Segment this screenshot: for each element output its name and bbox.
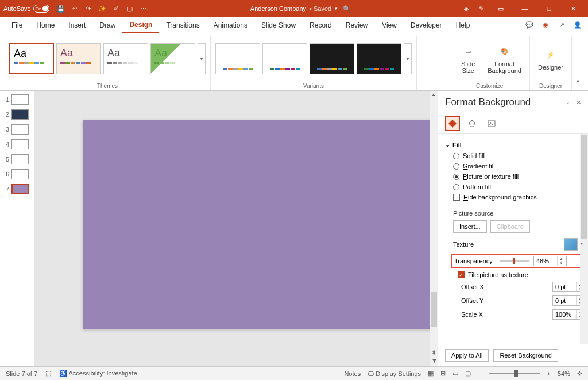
offset-y-row: Offset Y ▲▼ (445, 294, 586, 308)
tab-help[interactable]: Help (449, 18, 477, 33)
pane-options-icon[interactable]: ⌄ (566, 99, 570, 106)
group-customize: ▭Slide Size 🎨Format Background Customize (450, 36, 530, 90)
close-button[interactable]: ✕ (562, 1, 585, 17)
pane-scrollbar[interactable] (580, 134, 588, 344)
diamond-icon[interactable]: ◈ (461, 3, 472, 14)
variant-2[interactable] (262, 43, 307, 74)
collapse-ribbon[interactable]: ⌃ (572, 36, 583, 90)
texture-picker[interactable] (564, 238, 578, 251)
minimize-button[interactable]: — (513, 1, 536, 17)
reset-background-button[interactable]: Reset Background (493, 349, 558, 362)
search-icon[interactable]: 🔍 (341, 3, 353, 14)
zoom-in-button[interactable]: + (547, 370, 551, 377)
tab-transitions[interactable]: Transitions (159, 18, 206, 33)
clipboard-button[interactable]: Clipboard (490, 220, 530, 233)
fit-window-icon[interactable]: ⊹ (577, 370, 582, 377)
designer-button[interactable]: ⚡Designer (535, 44, 567, 73)
theme-1[interactable]: Aa (9, 43, 54, 74)
insert-button[interactable]: Insert... (453, 220, 487, 233)
fill-tab-icon[interactable] (445, 116, 460, 131)
vertical-scrollbar[interactable]: ▲ ⬍▼ (430, 91, 438, 366)
picture-fill-radio[interactable]: Picture or texture fill (445, 171, 586, 182)
tab-record[interactable]: Record (303, 18, 339, 33)
qat-more-icon[interactable]: ⋯ (138, 3, 149, 14)
accessibility-status[interactable]: ♿ Accessibility: Investigate (59, 370, 137, 377)
record-icon[interactable]: ◉ (540, 20, 551, 31)
share-icon[interactable]: ↗ (556, 20, 567, 31)
zoom-out-button[interactable]: − (478, 370, 481, 377)
effects-tab-icon[interactable] (465, 116, 479, 131)
theme-3[interactable]: Aa (103, 43, 148, 74)
variants-more[interactable]: ▾ (404, 43, 412, 74)
picture-tab-icon[interactable] (484, 116, 499, 131)
theme-2[interactable]: Aa (56, 43, 101, 74)
slide-thumb-3[interactable]: 3 (0, 124, 34, 135)
slide-thumb-7[interactable]: 7 (0, 184, 34, 194)
tab-file[interactable]: File (5, 18, 29, 33)
gradient-fill-radio[interactable]: Gradient fill (445, 161, 586, 171)
transparency-spinner[interactable]: ▲▼ (533, 256, 567, 266)
tab-slideshow[interactable]: Slide Show (254, 18, 303, 33)
pen-icon[interactable]: ✎ (475, 3, 487, 14)
undo-icon[interactable]: ↶ (69, 3, 80, 14)
slide-canvas[interactable] (83, 120, 438, 329)
slide-thumbnails: 1 2 3 4 5 6 7 (0, 91, 34, 366)
slide-thumb-2[interactable]: 2 (0, 109, 34, 120)
display-settings-button[interactable]: 🖵 Display Settings (368, 370, 421, 377)
notes-button[interactable]: ≡ Notes (339, 370, 361, 377)
statusbar: Slide 7 of 7 ⬚ ♿ Accessibility: Investig… (0, 366, 588, 380)
tile-check[interactable]: ✓Tile picture as texture (445, 270, 586, 280)
zoom-slider[interactable] (489, 373, 540, 374)
variant-4[interactable] (357, 43, 401, 74)
hide-graphics-check[interactable]: Hide background graphics (445, 192, 586, 202)
format-background-button[interactable]: 🎨Format Background (484, 41, 525, 76)
transparency-slider[interactable] (500, 260, 529, 262)
autosave-label: AutoSave (3, 5, 31, 12)
group-designer: ⚡Designer Designer (530, 36, 572, 90)
maximize-button[interactable]: □ (537, 1, 560, 17)
language-icon[interactable]: ⬚ (45, 370, 51, 377)
pattern-fill-radio[interactable]: Pattern fill (445, 182, 586, 192)
scale-x-row: Scale X ▲▼ (445, 308, 586, 321)
slide-counter[interactable]: Slide 7 of 7 (6, 370, 37, 377)
tab-developer[interactable]: Developer (404, 18, 449, 33)
tab-animations[interactable]: Animations (207, 18, 254, 33)
tab-insert[interactable]: Insert (61, 18, 92, 33)
ribbon-mode-icon[interactable]: ▭ (489, 1, 512, 17)
zoom-level[interactable]: 54% (558, 370, 570, 377)
slideshow-view-icon[interactable]: ▢ (465, 370, 471, 377)
reading-view-icon[interactable]: ▭ (452, 370, 458, 377)
sorter-view-icon[interactable]: ⊞ (440, 370, 446, 377)
texture-row: Texture (445, 236, 586, 252)
present-icon[interactable]: ▢ (124, 3, 136, 14)
pane-close-icon[interactable]: ✕ (576, 99, 581, 106)
normal-view-icon[interactable]: ▦ (428, 370, 434, 377)
touch-icon[interactable]: ✐ (110, 3, 122, 14)
save-icon[interactable]: 💾 (55, 3, 67, 14)
variant-3[interactable] (310, 43, 354, 74)
variant-1[interactable] (215, 43, 260, 74)
slide-thumb-5[interactable]: 5 (0, 154, 34, 164)
autosave-toggle[interactable]: AutoSave On (3, 5, 49, 13)
magic-icon[interactable]: ✨ (96, 3, 108, 14)
slide-thumb-1[interactable]: 1 (0, 94, 34, 105)
solid-fill-radio[interactable]: Solid fill (445, 151, 586, 161)
tab-review[interactable]: Review (339, 18, 375, 33)
apply-all-button[interactable]: Apply to All (445, 349, 489, 362)
slide-thumb-4[interactable]: 4 (0, 139, 34, 149)
transparency-row-highlight: Transparency ▲▼ (451, 254, 581, 268)
comments-icon[interactable]: 💬 (524, 20, 535, 31)
theme-4[interactable]: Aa (150, 43, 195, 74)
themes-more[interactable]: ▾ (198, 43, 206, 74)
slide-thumb-6[interactable]: 6 (0, 169, 34, 179)
tab-home[interactable]: Home (29, 18, 61, 33)
tab-draw[interactable]: Draw (92, 18, 122, 33)
document-title[interactable]: Anderson Company • Saved ▾ (250, 5, 338, 12)
account-icon[interactable]: 👤 (572, 20, 583, 31)
tab-view[interactable]: View (375, 18, 404, 33)
fill-section[interactable]: ⌄Fill (445, 139, 586, 151)
redo-icon[interactable]: ↷ (83, 3, 94, 14)
tab-design[interactable]: Design (122, 17, 159, 33)
ribbon-tabs: File Home Insert Draw Design Transitions… (0, 17, 588, 33)
slide-size-button[interactable]: ▭Slide Size (454, 41, 482, 76)
